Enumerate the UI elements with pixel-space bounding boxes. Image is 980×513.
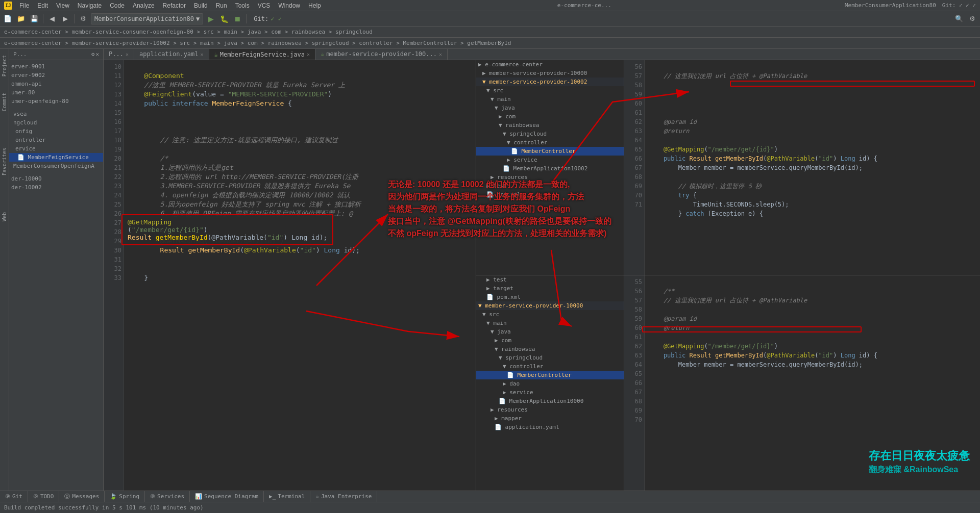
tab-project[interactable]: P... ✕ bbox=[104, 49, 134, 60]
forward-btn[interactable]: ▶ bbox=[60, 13, 71, 24]
menu-analyze[interactable]: Analyze bbox=[130, 1, 158, 10]
tree-member-feign-service[interactable]: 📄 MemberFeignService bbox=[9, 153, 103, 162]
menu-view[interactable]: View bbox=[53, 1, 72, 10]
menu-run[interactable]: Run bbox=[213, 1, 230, 10]
menu-vcs[interactable]: VCS bbox=[255, 1, 274, 10]
menu-edit[interactable]: Edit bbox=[34, 1, 51, 10]
debug-button[interactable]: 🐛 bbox=[218, 13, 230, 24]
tab-services[interactable]: ⑧ Services bbox=[145, 491, 190, 502]
search-btn[interactable]: 🔍 bbox=[953, 13, 965, 24]
menu-file[interactable]: File bbox=[16, 1, 32, 10]
tab-member-feign[interactable]: ☕ MemberFeignService.java ✕ bbox=[209, 49, 315, 60]
commit-tab[interactable]: Commit bbox=[1, 91, 8, 113]
tree-umer80[interactable]: umer-80 bbox=[9, 88, 103, 97]
favorites-tab[interactable]: Favorites bbox=[1, 146, 8, 177]
open-btn[interactable]: 📁 bbox=[15, 13, 27, 24]
run-config-dropdown[interactable]: MemberConsumerApplication80 ▼ bbox=[91, 13, 203, 24]
tree-src[interactable]: ▼ src bbox=[476, 86, 624, 95]
panel-close-icon[interactable]: ✕ bbox=[95, 51, 99, 58]
panel-settings-icon[interactable]: ⚙ bbox=[91, 51, 95, 58]
tree-member-app[interactable]: 📄 MemberApplication10002 bbox=[476, 164, 624, 173]
stop-button[interactable]: ⏹ bbox=[232, 13, 243, 24]
tree-pom2[interactable]: 📄 pom.xml bbox=[476, 190, 624, 199]
tree-target[interactable]: ▶ target bbox=[476, 284, 624, 293]
tree-java2[interactable]: ▼ java bbox=[476, 327, 624, 336]
tree-item-provider10000[interactable]: ▶ member-service-provider-10000 bbox=[476, 69, 624, 78]
tab-java-enterprise[interactable]: ☕ Java Enterprise bbox=[310, 491, 377, 502]
tree-rainbowsea[interactable]: ▼ rainbowsea bbox=[476, 121, 624, 130]
menu-refactor[interactable]: Refactor bbox=[160, 1, 189, 10]
tree-membercontroller[interactable]: 📄 MemberController bbox=[476, 147, 624, 156]
tree-dao2[interactable]: ▶ dao bbox=[476, 379, 624, 388]
tree-umer-openfeign[interactable]: umer-openfeign-80 bbox=[9, 97, 103, 106]
project-tab[interactable]: Project bbox=[1, 53, 8, 79]
tab-close4[interactable]: ✕ bbox=[439, 52, 442, 57]
tree-springcloud[interactable]: ▼ springcloud bbox=[476, 130, 624, 138]
breadcrumb-path: e-commerce-center > member-service-consu… bbox=[4, 29, 373, 35]
tree-main[interactable]: ▼ main bbox=[476, 95, 624, 104]
line-numbers-left: 1011121314 1516171819 2021222324 2526272… bbox=[104, 60, 124, 491]
teal-line2: 翻身难寐 &RainbowSea bbox=[869, 464, 970, 475]
tree-item-provider10002[interactable]: ▼ member-service-provider-10002 bbox=[476, 78, 624, 86]
tree-pom3[interactable]: 📄 pom.xml bbox=[476, 293, 624, 301]
run-config-btn[interactable]: ⚙ bbox=[78, 13, 89, 24]
tree-controller3[interactable]: ▼ controller bbox=[476, 362, 624, 371]
tree-src2[interactable]: ▼ src bbox=[476, 310, 624, 319]
tab-todo[interactable]: ⑥ TODO bbox=[28, 491, 60, 502]
tab-application-yaml[interactable]: application.yaml ✕ bbox=[134, 49, 209, 60]
tree-mapper[interactable]: ▶ mapper bbox=[476, 414, 624, 423]
tab-close3[interactable]: ✕ bbox=[307, 52, 310, 57]
tree-main2[interactable]: ▼ main bbox=[476, 319, 624, 327]
project-tree[interactable]: erver-9001 erver-9002 ommon-api umer-80 … bbox=[9, 60, 103, 491]
tree-item-ecommerce[interactable]: ▶ e-commerce-center bbox=[476, 60, 624, 69]
tab-close[interactable]: ✕ bbox=[126, 52, 129, 57]
tree-common-api[interactable]: ommon-api bbox=[9, 80, 103, 88]
tree-test[interactable]: ▶ test bbox=[476, 182, 624, 190]
menu-window[interactable]: Window bbox=[275, 1, 303, 10]
tree-ontroller[interactable]: ontroller bbox=[9, 136, 103, 144]
menu-help[interactable]: Help bbox=[305, 1, 324, 10]
menu-navigate[interactable]: Navigate bbox=[75, 1, 105, 10]
tree-onfig[interactable]: onfig bbox=[9, 127, 103, 136]
tree-resources2[interactable]: ▶ resources bbox=[476, 405, 624, 414]
tab-close2[interactable]: ✕ bbox=[201, 52, 204, 57]
tree-membercontroller2[interactable]: 📄 MemberController bbox=[476, 371, 624, 379]
tab-sequence[interactable]: 📊 Sequence Diagram bbox=[190, 491, 264, 502]
new-btn[interactable]: 📄 bbox=[2, 13, 13, 24]
tree-ngcloud[interactable]: ngcloud bbox=[9, 118, 103, 127]
tree-service3[interactable]: ▶ service bbox=[476, 388, 624, 397]
back-btn[interactable]: ◀ bbox=[46, 13, 58, 24]
run-button[interactable]: ▶ bbox=[205, 13, 216, 24]
tree-java[interactable]: ▼ java bbox=[476, 104, 624, 112]
menu-build[interactable]: Build bbox=[191, 1, 211, 10]
tree-server9002[interactable]: erver-9002 bbox=[9, 71, 103, 80]
tree-vsea[interactable]: vsea bbox=[9, 110, 103, 118]
tree-provider10000-b[interactable]: ▼ member-service-provider-10000 bbox=[476, 301, 624, 310]
tree-der10002[interactable]: der-10002 bbox=[9, 183, 103, 192]
tree-member-app2[interactable]: 📄 MemberApplication10000 bbox=[476, 397, 624, 405]
tab-git[interactable]: ⑨ Git bbox=[0, 491, 28, 502]
menu-tools[interactable]: Tools bbox=[232, 1, 253, 10]
tab-terminal[interactable]: ▶_ Terminal bbox=[264, 491, 310, 502]
menu-code[interactable]: Code bbox=[107, 1, 128, 10]
tab-spring[interactable]: 🍃 Spring bbox=[105, 491, 145, 502]
tree-rainbowsea2[interactable]: ▼ rainbowsea bbox=[476, 345, 624, 353]
menu-bar: IJ File Edit View Navigate Code Analyze … bbox=[0, 0, 980, 11]
tab-member-provider[interactable]: ☕ member-service-provider-100... ✕ bbox=[315, 49, 448, 60]
tree-der10000[interactable]: der-10000 bbox=[9, 174, 103, 183]
tree-member-consumer[interactable]: MemberConsumerOpenfeignA bbox=[9, 162, 103, 170]
tree-test2[interactable]: ▶ test bbox=[476, 275, 624, 284]
web-tab[interactable]: Web bbox=[1, 210, 8, 223]
save-btn[interactable]: 💾 bbox=[29, 13, 40, 24]
tree-resources[interactable]: ▶ resources bbox=[476, 173, 624, 182]
tree-controller2[interactable]: ▼ controller bbox=[476, 138, 624, 147]
tree-springcloud2[interactable]: ▼ springcloud bbox=[476, 353, 624, 362]
tree-com[interactable]: ▶ com bbox=[476, 112, 624, 121]
tree-service2[interactable]: ▶ service bbox=[476, 156, 624, 164]
tab-messages[interactable]: ⓪ Messages bbox=[59, 491, 105, 502]
settings-btn[interactable]: ⚙ bbox=[967, 13, 978, 24]
tree-com2[interactable]: ▶ com bbox=[476, 336, 624, 345]
tree-server9001[interactable]: erver-9001 bbox=[9, 62, 103, 71]
tree-ervice[interactable]: ervice bbox=[9, 144, 103, 153]
tree-app-yaml[interactable]: 📄 application.yaml bbox=[476, 423, 624, 431]
